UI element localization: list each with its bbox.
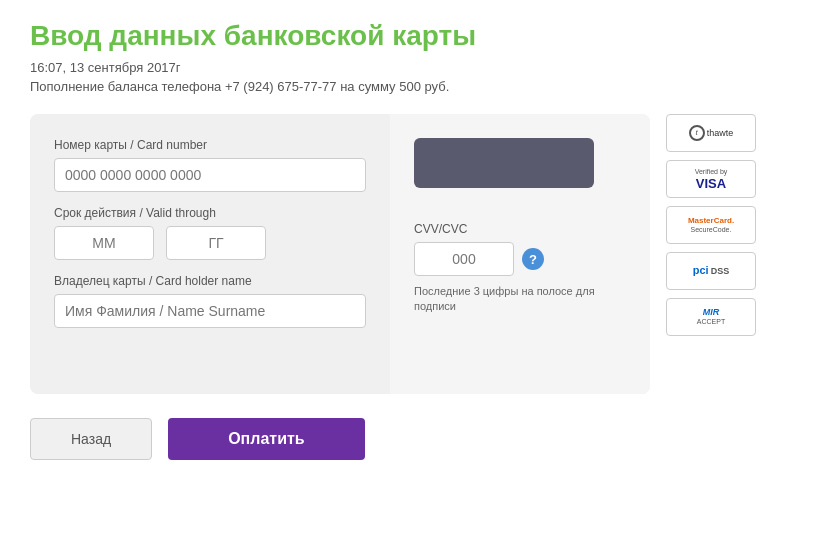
cvv-help-button[interactable]: ? <box>522 248 544 270</box>
pci-dss-text: DSS <box>711 266 730 277</box>
cvv-row: ? <box>414 242 544 276</box>
main-content: Номер карты / Card number Срок действия … <box>30 114 794 394</box>
mastercard-badge: MasterCard. SecureCode. <box>666 206 756 244</box>
page-title: Ввод данных банковской карты <box>30 20 794 52</box>
cvv-label: CVV/CVC <box>414 222 467 236</box>
pci-dss-badge: pci DSS <box>666 252 756 290</box>
left-panel: Номер карты / Card number Срок действия … <box>30 114 390 394</box>
cvv-input[interactable] <box>414 242 514 276</box>
card-holder-input[interactable] <box>54 294 366 328</box>
security-badges: t thawte Verified by VISA MasterCard. Se… <box>666 114 756 336</box>
month-input[interactable] <box>54 226 154 260</box>
pci-content: pci DSS <box>693 264 729 277</box>
card-number-label: Номер карты / Card number <box>54 138 366 152</box>
date-row <box>54 226 366 260</box>
pci-icon: pci <box>693 264 709 277</box>
visa-text: Verified by VISA <box>695 168 728 189</box>
card-number-input[interactable] <box>54 158 366 192</box>
visa-brand-text: VISA <box>696 177 726 190</box>
timestamp: 16:07, 13 сентября 2017г <box>30 60 794 75</box>
card-form-panel: Номер карты / Card number Срок действия … <box>30 114 650 394</box>
visa-verified-badge: Verified by VISA <box>666 160 756 198</box>
cvv-hint: Последние 3 цифры на полосе для подписи <box>414 284 626 315</box>
thawte-icon: t <box>689 125 705 141</box>
mir-accept-badge: MIR ACCEPT <box>666 298 756 336</box>
back-button[interactable]: Назад <box>30 418 152 460</box>
pay-button[interactable]: Оплатить <box>168 418 365 460</box>
mc-secure-text: SecureCode. <box>691 226 732 234</box>
mir-label: MIR <box>703 307 720 318</box>
actions-row: Назад Оплатить <box>30 418 794 460</box>
year-input[interactable] <box>166 226 266 260</box>
right-panel: CVV/CVC ? Последние 3 цифры на полосе дл… <box>390 114 650 394</box>
description: Пополнение баланса телефона +7 (924) 675… <box>30 79 794 94</box>
card-holder-label: Владелец карты / Card holder name <box>54 274 366 288</box>
thawte-badge: t thawte <box>666 114 756 152</box>
mir-accept-text: ACCEPT <box>697 318 725 326</box>
card-visual <box>414 138 594 188</box>
mc-brand-text: MasterCard. <box>688 216 734 226</box>
valid-through-label: Срок действия / Valid through <box>54 206 366 220</box>
thawte-label: thawte <box>707 128 734 139</box>
mc-text: MasterCard. SecureCode. <box>688 216 734 234</box>
mir-content: MIR ACCEPT <box>697 307 725 326</box>
